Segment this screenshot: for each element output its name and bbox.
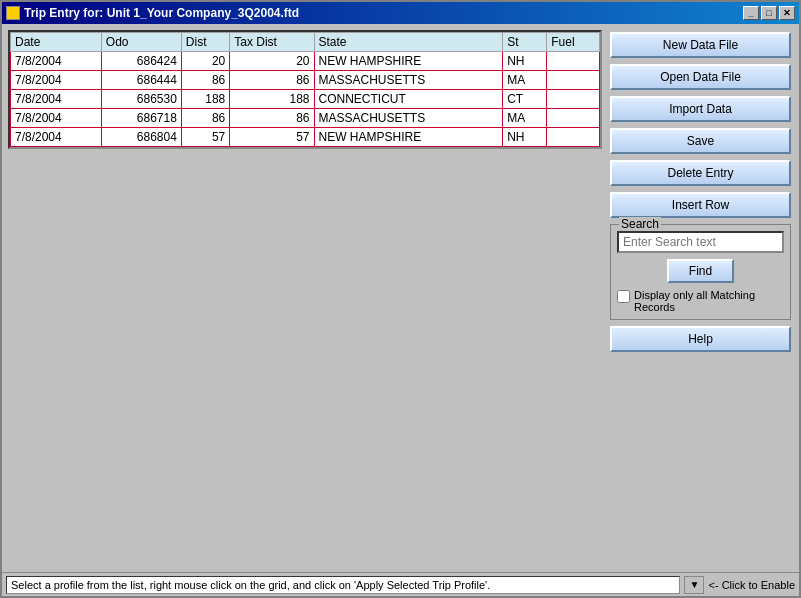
cell-date: 7/8/2004 <box>11 90 102 109</box>
col-odo: Odo <box>101 33 181 52</box>
table-row[interactable]: 7/8/20046868045757NEW HAMPSHIRENH <box>11 128 600 147</box>
display-matching-label: Display only all Matching Records <box>634 289 784 313</box>
cell-fuel <box>547 90 600 109</box>
content-area: Date Odo Dist Tax Dist State St Fuel 7/8… <box>2 24 799 572</box>
maximize-button[interactable]: □ <box>761 6 777 20</box>
cell-date: 7/8/2004 <box>11 71 102 90</box>
data-grid[interactable]: Date Odo Dist Tax Dist State St Fuel 7/8… <box>8 30 602 149</box>
cell-dist: 20 <box>181 52 229 71</box>
table-row[interactable]: 7/8/20046867188686MASSACHUSETTSMA <box>11 109 600 128</box>
matching-records-row: Display only all Matching Records <box>617 289 784 313</box>
cell-odo: 686444 <box>101 71 181 90</box>
cell-tax_dist: 86 <box>230 109 314 128</box>
minimize-button[interactable]: _ <box>743 6 759 20</box>
grid-panel: Date Odo Dist Tax Dist State St Fuel 7/8… <box>8 30 602 566</box>
cell-date: 7/8/2004 <box>11 109 102 128</box>
import-data-button[interactable]: Import Data <box>610 96 791 122</box>
cell-st: MA <box>503 71 547 90</box>
cell-st: CT <box>503 90 547 109</box>
status-dropdown[interactable]: ▼ <box>684 576 704 594</box>
new-data-file-button[interactable]: New Data File <box>610 32 791 58</box>
cell-tax_dist: 57 <box>230 128 314 147</box>
table-row[interactable]: 7/8/2004686530188188CONNECTICUTCT <box>11 90 600 109</box>
cell-state: NEW HAMPSHIRE <box>314 128 503 147</box>
search-group: Search Find Display only all Matching Re… <box>610 224 791 320</box>
title-bar: Trip Entry for: Unit 1_Your Company_3Q20… <box>2 2 799 24</box>
cell-dist: 86 <box>181 71 229 90</box>
cell-date: 7/8/2004 <box>11 128 102 147</box>
cell-tax_dist: 86 <box>230 71 314 90</box>
click-to-enable-label: <- Click to Enable <box>708 579 795 591</box>
search-input[interactable] <box>617 231 784 253</box>
table-row[interactable]: 7/8/20046864448686MASSACHUSETTSMA <box>11 71 600 90</box>
cell-state: NEW HAMPSHIRE <box>314 52 503 71</box>
display-matching-checkbox[interactable] <box>617 290 630 303</box>
cell-dist: 57 <box>181 128 229 147</box>
buttons-panel: New Data File Open Data File Import Data… <box>608 30 793 566</box>
cell-state: MASSACHUSETTS <box>314 71 503 90</box>
cell-fuel <box>547 128 600 147</box>
cell-date: 7/8/2004 <box>11 52 102 71</box>
open-data-file-button[interactable]: Open Data File <box>610 64 791 90</box>
col-tax-dist: Tax Dist <box>230 33 314 52</box>
cell-state: CONNECTICUT <box>314 90 503 109</box>
col-date: Date <box>11 33 102 52</box>
help-button[interactable]: Help <box>610 326 791 352</box>
cell-st: NH <box>503 128 547 147</box>
cell-odo: 686424 <box>101 52 181 71</box>
cell-st: MA <box>503 109 547 128</box>
cell-fuel <box>547 109 600 128</box>
delete-entry-button[interactable]: Delete Entry <box>610 160 791 186</box>
status-message: Select a profile from the list, right mo… <box>11 579 490 591</box>
save-button[interactable]: Save <box>610 128 791 154</box>
cell-st: NH <box>503 52 547 71</box>
col-dist: Dist <box>181 33 229 52</box>
status-text: Select a profile from the list, right mo… <box>6 576 680 594</box>
find-button[interactable]: Find <box>667 259 734 283</box>
cell-dist: 188 <box>181 90 229 109</box>
cell-odo: 686530 <box>101 90 181 109</box>
insert-row-button[interactable]: Insert Row <box>610 192 791 218</box>
column-headers: Date Odo Dist Tax Dist State St Fuel <box>11 33 600 52</box>
col-st: St <box>503 33 547 52</box>
cell-odo: 686718 <box>101 109 181 128</box>
status-bar: Select a profile from the list, right mo… <box>2 572 799 596</box>
window-icon <box>6 6 20 20</box>
cell-tax_dist: 188 <box>230 90 314 109</box>
table-row[interactable]: 7/8/20046864242020NEW HAMPSHIRENH <box>11 52 600 71</box>
col-state: State <box>314 33 503 52</box>
cell-odo: 686804 <box>101 128 181 147</box>
cell-dist: 86 <box>181 109 229 128</box>
title-bar-controls: _ □ ✕ <box>743 6 795 20</box>
cell-fuel <box>547 71 600 90</box>
title-bar-text: Trip Entry for: Unit 1_Your Company_3Q20… <box>6 6 299 20</box>
cell-state: MASSACHUSETTS <box>314 109 503 128</box>
close-button[interactable]: ✕ <box>779 6 795 20</box>
cell-fuel <box>547 52 600 71</box>
cell-tax_dist: 20 <box>230 52 314 71</box>
col-fuel: Fuel <box>547 33 600 52</box>
main-window: Trip Entry for: Unit 1_Your Company_3Q20… <box>0 0 801 598</box>
grid-empty-area <box>8 149 602 566</box>
window-title: Trip Entry for: Unit 1_Your Company_3Q20… <box>24 6 299 20</box>
search-group-label: Search <box>619 217 661 231</box>
